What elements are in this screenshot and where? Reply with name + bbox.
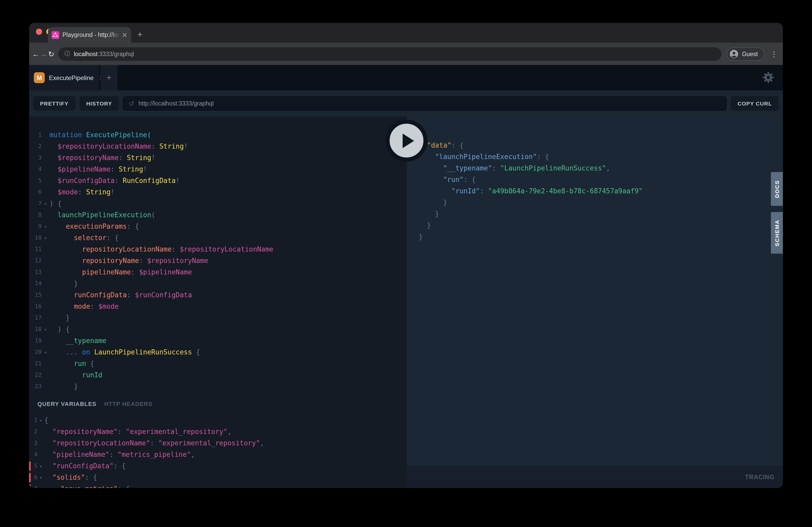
line-number: 6 <box>29 186 42 198</box>
line-number: 12 <box>29 255 42 267</box>
code-line: } <box>407 231 783 243</box>
code-line: 22 runId <box>29 370 407 381</box>
fold-spacer <box>42 175 49 186</box>
browser-tab[interactable]: Playground - http://localhost:3 ✕ <box>48 27 131 43</box>
code-line: 9▾ executionParams: { <box>29 221 407 232</box>
fold-spacer <box>38 449 44 461</box>
play-button[interactable] <box>386 120 427 162</box>
code-line: } <box>407 197 783 208</box>
url-text-path: :3333/graphql <box>98 51 134 57</box>
back-button[interactable]: ← <box>32 50 40 58</box>
endpoint-input[interactable]: ↺ http://localhost:3333/graphql <box>123 96 727 111</box>
fold-spacer <box>42 301 49 312</box>
code-line: 20▾ ... on LaunchPipelineRunSuccess { <box>29 347 407 358</box>
query-editor[interactable]: 1mutation ExecutePipeline(2 $repositoryL… <box>29 117 407 392</box>
http-headers-tab[interactable]: HTTP HEADERS <box>104 401 153 407</box>
fold-arrow-icon[interactable]: ▾ <box>38 415 44 426</box>
line-number: 2 <box>29 141 42 152</box>
query-variables-tab[interactable]: QUERY VARIABLES <box>38 401 97 407</box>
code-line: 1▾{ <box>29 415 407 426</box>
fold-arrow-icon[interactable]: ▾ <box>42 347 49 358</box>
browser-window: Playground - http://localhost:3 ✕ + ← → … <box>29 23 783 488</box>
copy-curl-button[interactable]: COPY CURL <box>731 96 779 111</box>
chrome-tabstrip: Playground - http://localhost:3 ✕ + <box>29 23 783 43</box>
fold-spacer <box>412 208 419 220</box>
prettify-button[interactable]: PRETTIFY <box>33 96 75 111</box>
code-line: 1mutation ExecutePipeline( <box>29 130 407 141</box>
tab-close-icon[interactable]: ✕ <box>122 31 128 39</box>
url-text-host: localhost <box>74 51 98 57</box>
code-line: 19 __typename <box>29 335 407 347</box>
new-tab-button[interactable]: + <box>137 30 143 40</box>
code-line: 11 repositoryLocationName: $repositoryLo… <box>29 244 407 255</box>
reload-button[interactable]: ↻ <box>47 50 55 58</box>
fold-spacer <box>412 185 419 197</box>
line-number: 5 <box>29 175 42 186</box>
line-number: 18 <box>29 324 42 335</box>
history-button[interactable]: HISTORY <box>79 96 119 111</box>
code-line: 13 pipelineName: $pipelineName <box>29 267 407 278</box>
code-line: 2 $repositoryLocationName: String! <box>29 141 407 152</box>
code-line: 15 runConfigData: $runConfigData <box>29 289 407 301</box>
settings-gear-icon[interactable] <box>762 71 774 84</box>
playground-tab[interactable]: M ExecutePipeline ✕ <box>29 65 99 90</box>
browser-menu-icon[interactable]: ⋮ <box>770 50 778 58</box>
profile-label: Guest <box>742 51 758 57</box>
line-number: 23 <box>29 381 42 392</box>
fold-arrow-icon[interactable]: ▾ <box>42 232 49 244</box>
fold-spacer <box>38 426 44 438</box>
fold-spacer <box>42 244 49 255</box>
schema-tab[interactable]: SCHEMA <box>771 212 783 254</box>
fold-arrow-icon[interactable]: ▾ <box>38 461 44 472</box>
line-number: 4 <box>29 164 42 175</box>
edit-marker <box>29 484 31 488</box>
tracing-bar[interactable]: TRACING <box>407 466 783 488</box>
code-line: } <box>407 220 783 231</box>
close-window-button[interactable] <box>36 29 42 35</box>
edit-marker <box>29 462 31 471</box>
avatar-icon <box>729 49 739 59</box>
fold-spacer <box>42 130 49 141</box>
fold-spacer <box>412 231 419 243</box>
fold-arrow-icon[interactable]: ▾ <box>42 221 49 232</box>
line-number: 21 <box>29 358 42 370</box>
code-line: 6 $mode: String! <box>29 186 407 198</box>
fold-spacer <box>42 289 49 301</box>
variables-header: QUERY VARIABLES HTTP HEADERS <box>29 392 407 415</box>
play-icon <box>403 133 414 148</box>
fold-spacer <box>42 255 49 267</box>
line-number: 20 <box>29 347 42 358</box>
code-line: 17 } <box>29 312 407 324</box>
docs-tab[interactable]: DOCS <box>771 172 783 206</box>
fold-spacer <box>42 370 49 381</box>
variables-editor[interactable]: 1▾{2 "repositoryName": "experimental_rep… <box>29 415 407 488</box>
playground-new-tab-button[interactable]: + <box>100 65 118 90</box>
graphql-favicon-icon <box>52 31 59 39</box>
code-line: 16 mode: $mode <box>29 301 407 312</box>
line-number: 14 <box>29 278 42 289</box>
fold-spacer <box>42 164 49 175</box>
line-number: 10 <box>29 232 42 244</box>
site-info-icon[interactable]: ⓘ <box>64 50 70 58</box>
fold-arrow-icon[interactable]: ▾ <box>42 324 49 335</box>
code-line: 6▾ "solids": { <box>29 472 407 483</box>
fold-spacer <box>42 312 49 324</box>
url-bar[interactable]: ⓘ localhost :3333/graphql <box>58 47 722 61</box>
fold-spacer <box>42 267 49 278</box>
fold-spacer <box>42 278 49 289</box>
fold-spacer <box>412 163 419 174</box>
code-line: 10▾ selector: { <box>29 232 407 244</box>
line-number: 4 <box>29 449 38 461</box>
code-line: "__typename": "LaunchPipelineRunSuccess"… <box>407 163 783 174</box>
fold-spacer <box>38 438 44 449</box>
fold-arrow-icon[interactable]: ▾ <box>38 472 44 483</box>
profile-chip[interactable]: Guest <box>727 47 765 61</box>
line-number: 2 <box>29 426 38 438</box>
graphql-playground: M ExecutePipeline ✕ + <box>29 65 783 488</box>
undo-icon: ↺ <box>129 100 134 107</box>
fold-arrow-icon[interactable]: ▾ <box>42 198 49 209</box>
fold-spacer <box>42 141 49 152</box>
fold-arrow-icon[interactable]: ▾ <box>38 483 44 488</box>
forward-button[interactable]: → <box>40 50 47 58</box>
code-line: 12 repositoryName: $repositoryName <box>29 255 407 267</box>
